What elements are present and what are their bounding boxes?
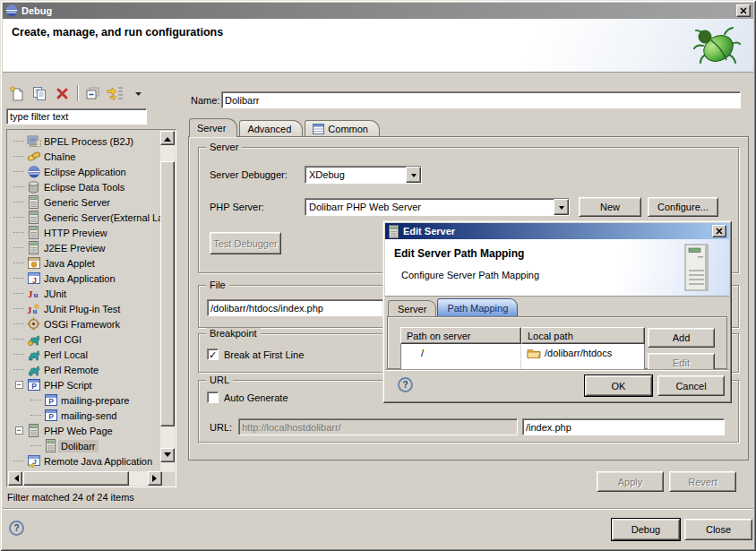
- tree-item[interactable]: OSGi Framework: [8, 316, 161, 331]
- window-titlebar[interactable]: Debug: [3, 3, 753, 19]
- server-group-title: Server: [206, 142, 242, 152]
- tree-item[interactable]: BPEL Process (B2J): [8, 133, 161, 149]
- tree-item[interactable]: −PHP Web Page: [8, 423, 161, 438]
- tree-guide: [12, 339, 26, 340]
- tab-common[interactable]: Common: [305, 120, 380, 137]
- bpel-process-icon: [26, 135, 41, 148]
- scroll-up-button[interactable]: [160, 131, 175, 145]
- junit-icon: Ju: [26, 288, 41, 299]
- name-input[interactable]: [221, 91, 741, 108]
- tree-item[interactable]: Pmailing-send: [8, 408, 161, 423]
- auto-generate-label: Auto Generate: [224, 392, 288, 403]
- new-server-button[interactable]: New: [579, 197, 641, 217]
- tree-item[interactable]: Java Applet: [8, 255, 161, 271]
- tree-item-label: Perl CGI: [41, 333, 84, 346]
- php-icon: P: [43, 409, 58, 421]
- filter-input[interactable]: [6, 108, 147, 125]
- tree-item[interactable]: JJava Application: [8, 271, 161, 286]
- auto-generate-checkbox[interactable]: [207, 392, 219, 403]
- tree-item[interactable]: JuJUnit: [8, 286, 161, 301]
- window-close-button[interactable]: [736, 4, 751, 17]
- horizontal-scroll-thumb[interactable]: [23, 471, 129, 486]
- apply-button[interactable]: Apply: [597, 471, 664, 492]
- tree-item-label: OSGi Framework: [41, 318, 123, 331]
- scroll-down-button[interactable]: [160, 448, 175, 462]
- tree-item[interactable]: Perl CGI: [8, 331, 161, 347]
- tree-item[interactable]: Chaîne: [8, 149, 161, 164]
- tree-item[interactable]: JuJUnit Plug-in Test: [8, 301, 161, 316]
- remote-java-icon: J: [26, 455, 41, 468]
- url-path-input[interactable]: [522, 418, 725, 435]
- tree-item[interactable]: Generic Server: [8, 194, 161, 210]
- scroll-right-button[interactable]: [148, 471, 162, 486]
- tree-item[interactable]: Perl Remote: [8, 362, 161, 377]
- tree-item[interactable]: −PPHP Script: [8, 377, 161, 392]
- tree-item-label: JUnit Plug-in Test: [41, 303, 123, 315]
- mapping-row[interactable]: //dolibarr/htdocs: [401, 344, 644, 362]
- duplicate-configuration-icon[interactable]: [30, 83, 49, 103]
- ok-button[interactable]: OK: [585, 375, 652, 396]
- perl-icon: [26, 364, 41, 376]
- column-path-on-server[interactable]: Path on server: [400, 327, 521, 344]
- tree-item-label: PHP Script: [41, 379, 95, 392]
- revert-button[interactable]: Revert: [669, 471, 736, 492]
- break-first-line-checkbox[interactable]: ✓: [207, 349, 219, 360]
- add-mapping-button[interactable]: Add: [648, 328, 715, 348]
- tree-item[interactable]: J2EE Preview: [8, 240, 161, 255]
- chevron-down-icon[interactable]: [554, 199, 569, 215]
- tab-server-settings[interactable]: Server: [388, 300, 436, 316]
- scroll-left-button[interactable]: [8, 471, 22, 486]
- close-button[interactable]: Close: [684, 519, 752, 540]
- edit-server-subheading: Configure Server Path Mapping: [401, 270, 539, 280]
- collapse-toggle[interactable]: −: [12, 426, 26, 435]
- php-icon: P: [26, 379, 41, 391]
- server-tower-icon: [683, 243, 713, 293]
- server-icon: [26, 241, 41, 254]
- svg-text:u: u: [33, 290, 38, 299]
- help-icon[interactable]: ?: [9, 521, 24, 536]
- view-menu-icon[interactable]: [128, 83, 148, 103]
- server-icon: [26, 195, 41, 209]
- tree-guide: [29, 400, 43, 400]
- edit-server-titlebar[interactable]: Edit Server: [385, 223, 729, 239]
- column-local-path[interactable]: Local path: [521, 327, 645, 344]
- edit-server-close-button[interactable]: [712, 225, 726, 237]
- tree-guide: [12, 202, 26, 202]
- cancel-button[interactable]: Cancel: [657, 375, 725, 396]
- vertical-scroll-thumb[interactable]: [160, 161, 175, 426]
- filter-icon[interactable]: [106, 83, 125, 103]
- tree-item[interactable]: Perl Local: [8, 347, 161, 362]
- tree-item[interactable]: Generic Server(External La: [8, 210, 161, 225]
- eclipse-logo-icon: [5, 4, 18, 17]
- tree-item[interactable]: JRemote Java Application: [8, 453, 161, 469]
- server-debugger-select[interactable]: XDebug: [305, 166, 422, 184]
- tab-path-mapping[interactable]: Path Mapping: [437, 298, 518, 316]
- edit-server-dialog: Edit Server Edit Server Path Mapping Con…: [382, 220, 732, 403]
- tree-item[interactable]: Eclipse Application: [8, 164, 161, 179]
- collapse-toggle[interactable]: −: [12, 381, 26, 389]
- tab-advanced[interactable]: Advanced: [239, 120, 303, 137]
- osgi-icon: [26, 317, 41, 331]
- php-server-select[interactable]: Dolibarr PHP Web Server: [305, 198, 570, 216]
- test-debugger-button[interactable]: Test Debugger: [210, 232, 281, 254]
- tree-item-label: Eclipse Data Tools: [41, 181, 127, 194]
- configure-server-button[interactable]: Configure...: [648, 197, 718, 217]
- debug-button[interactable]: Debug: [612, 519, 680, 540]
- tree-item-label: BPEL Process (B2J): [41, 135, 136, 148]
- tree-item[interactable]: HTTP Preview: [8, 225, 161, 240]
- collapse-all-icon[interactable]: [83, 83, 103, 103]
- tree-item[interactable]: Pmailing-prepare: [8, 392, 161, 408]
- tree-vertical-scrollbar[interactable]: [160, 131, 175, 472]
- new-configuration-icon[interactable]: [7, 83, 27, 103]
- tree-item[interactable]: Dolibarr: [8, 438, 161, 453]
- chevron-down-icon[interactable]: [406, 167, 421, 183]
- help-icon[interactable]: ?: [398, 377, 413, 392]
- eclipse-application-icon: [26, 166, 41, 178]
- delete-configuration-icon[interactable]: [52, 83, 72, 103]
- java-application-icon: J: [26, 272, 41, 284]
- tree-item[interactable]: Eclipse Data Tools: [8, 179, 161, 194]
- tree-item-label: Java Applet: [41, 257, 98, 270]
- tree-horizontal-scrollbar[interactable]: [8, 471, 162, 486]
- tab-server[interactable]: Server: [189, 118, 237, 137]
- common-tab-icon: [313, 124, 324, 134]
